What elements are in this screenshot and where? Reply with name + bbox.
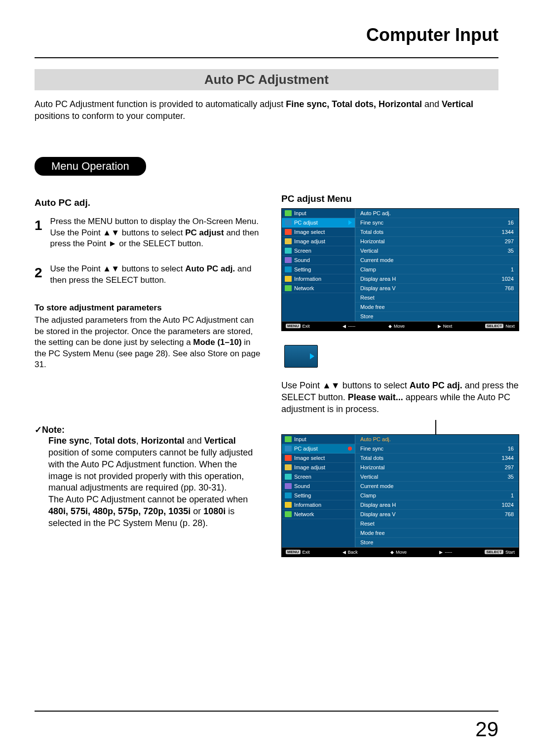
- label: Image adjust: [294, 464, 325, 470]
- menu-item-icon: [285, 220, 292, 226]
- label: Move: [394, 324, 405, 329]
- label: Screen: [294, 248, 311, 254]
- text: ,: [136, 436, 141, 446]
- sidebar-item-selected: PC adjust: [282, 444, 355, 454]
- text-bold: 480i, 575i, 480p, 575p, 720p, 1035i: [48, 506, 190, 516]
- sidebar-item: Image select: [282, 454, 355, 463]
- menu-row-label: Display area H: [360, 276, 396, 282]
- sidebar-item: Sound: [282, 482, 355, 491]
- cursor-illustration: Use Point ▲▼ buttons to select Auto PC a…: [281, 345, 519, 435]
- chevron-right-icon: [348, 220, 352, 225]
- sidebar-item: Screen: [282, 472, 355, 482]
- label: Exit: [303, 550, 310, 555]
- text: Use the Point ▲▼ buttons to select: [50, 264, 186, 273]
- menu-row-label: Vertical: [360, 248, 378, 254]
- label: Exit: [303, 324, 310, 329]
- text: The Auto PC Adjustment cannot be operate…: [48, 494, 248, 504]
- sidebar-item: Screen: [282, 246, 355, 256]
- menu-row-label: Vertical: [360, 474, 378, 480]
- dot-icon: [348, 447, 352, 451]
- menu-row-value: 1: [511, 492, 514, 498]
- menu-button-badge: MENU: [286, 550, 301, 554]
- pc-adjust-menu-heading: PC adjust Menu: [281, 193, 519, 204]
- menu-row-label: Horizontal: [360, 464, 385, 470]
- sidebar-item: Information: [282, 274, 355, 284]
- menu-screenshot-1: Input PC adjust Image select Image adjus…: [281, 208, 519, 331]
- label: Input: [294, 210, 306, 216]
- chevron-right-icon: [310, 353, 314, 359]
- menu-row: Fine sync16: [355, 218, 519, 227]
- sidebar-item: Information: [282, 500, 355, 510]
- text: and: [422, 99, 442, 109]
- menu-row-value: 35: [508, 248, 514, 254]
- text: position of some computers cannot be ful…: [48, 448, 253, 492]
- menu-row-value: 1024: [502, 502, 514, 508]
- menu-operation: Menu Operation: [35, 157, 498, 176]
- text-bold: PC adjust: [185, 228, 224, 237]
- text: or: [190, 506, 203, 516]
- text-bold: Mode (1–10): [193, 338, 241, 347]
- right-column: PC adjust Menu Input PC adjust Image sel…: [281, 183, 519, 557]
- menu-row-value: 1344: [502, 455, 514, 461]
- label: Sound: [294, 483, 310, 489]
- caption-text: Use Point ▲▼ buttons to select Auto PC a…: [281, 379, 519, 415]
- selection-cursor-icon: [284, 345, 318, 368]
- menu-row: Reset: [355, 519, 519, 529]
- menu-row: Vertical35: [355, 246, 519, 256]
- menu-item-icon: [285, 502, 292, 508]
- menu-row: Display area H1024: [355, 500, 519, 510]
- pointer-line: [435, 420, 519, 435]
- text: positions to conform to your computer.: [35, 111, 185, 121]
- menu-row-label: Store: [360, 313, 373, 319]
- label: -----: [445, 550, 452, 555]
- text-bold: Fine sync: [48, 436, 89, 446]
- label: Information: [294, 276, 321, 282]
- menu-item-icon: [285, 257, 292, 263]
- menu-item-icon: [285, 474, 292, 480]
- step-number: 1: [35, 216, 42, 250]
- menu-row-value: 1344: [502, 229, 514, 235]
- label: Image select: [294, 229, 325, 235]
- menu-body: Auto PC adj.Fine sync16Total dots1344Hor…: [355, 435, 519, 547]
- intro-paragraph: Auto PC Adjustment function is provided …: [35, 98, 498, 122]
- label: Sound: [294, 257, 310, 263]
- menu-operation-label: Menu Operation: [35, 157, 146, 176]
- note-body: Fine sync, Total dots, Horizontal and Ve…: [48, 435, 262, 529]
- menu-footer: MENUExit ◀ Back ◆ Move ▶ ----- SELECTSta…: [282, 547, 519, 557]
- step-number: 2: [35, 264, 42, 286]
- divider: [35, 57, 498, 58]
- label: -----: [348, 324, 355, 329]
- menu-row-label: Reset: [360, 295, 375, 301]
- menu-row-label: Display area V: [360, 511, 396, 517]
- section-heading: Auto PC Adjustment: [35, 69, 498, 90]
- store-params-body: The adjusted parameters from the Auto PC…: [35, 315, 262, 370]
- menu-item-icon: [285, 238, 292, 244]
- menu-row: Mode free: [355, 529, 519, 538]
- menu-row: Current mode: [355, 256, 519, 265]
- chapter-title: Computer Input: [35, 25, 498, 45]
- text-bold: Vertical: [442, 99, 473, 109]
- label: Input: [294, 436, 306, 442]
- menu-row: Current mode: [355, 482, 519, 491]
- menu-footer: MENUExit ◀ ----- ◆ Move ▶ Next SELECTNex…: [282, 321, 519, 331]
- note-heading: ✓Note:: [35, 424, 262, 435]
- label: Network: [294, 285, 314, 291]
- text-bold: 1080i: [203, 506, 226, 516]
- menu-row-label: Current mode: [360, 483, 393, 489]
- menu-row-label: Reset: [360, 521, 375, 527]
- label: PC adjust: [294, 446, 318, 452]
- label: Image select: [294, 455, 325, 461]
- menu-row-label: Fine sync: [360, 220, 383, 226]
- menu-item-icon: [285, 248, 292, 254]
- text-bold: Please wait...: [348, 392, 403, 402]
- menu-row-label: Store: [360, 539, 373, 545]
- text-bold: Auto PC adj.: [185, 264, 235, 273]
- menu-row: Auto PC adj.: [355, 435, 519, 444]
- label: Next: [505, 324, 515, 329]
- menu-row-label: Total dots: [360, 455, 383, 461]
- sidebar-item: Setting: [282, 491, 355, 500]
- label: Move: [396, 550, 407, 555]
- text-bold: Auto PC adj.: [410, 380, 462, 390]
- text: Use Point ▲▼ buttons to select: [281, 380, 410, 390]
- menu-row: Total dots1344: [355, 454, 519, 463]
